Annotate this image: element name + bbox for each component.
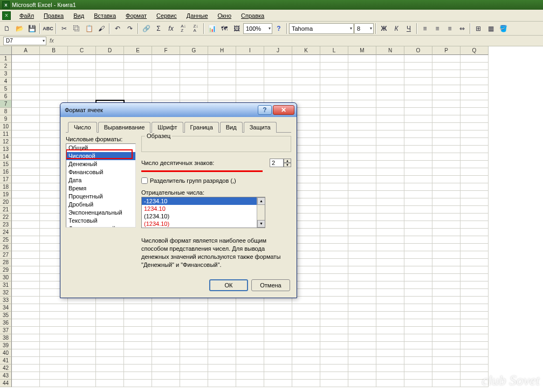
tab-view[interactable]: Вид	[220, 122, 243, 133]
cell[interactable]	[460, 191, 489, 198]
cell[interactable]	[460, 342, 489, 349]
cell[interactable]	[180, 319, 208, 327]
cell[interactable]	[152, 70, 180, 78]
drawing-icon[interactable]: 🖼	[231, 23, 243, 35]
menu-tools[interactable]: Сервис	[152, 11, 181, 20]
category-item[interactable]: Время	[66, 184, 135, 192]
cell[interactable]	[460, 70, 489, 78]
cell[interactable]	[404, 281, 432, 289]
cell[interactable]	[460, 138, 489, 146]
cell[interactable]	[180, 349, 208, 357]
cell[interactable]	[208, 372, 236, 380]
cell[interactable]	[348, 138, 376, 146]
cell[interactable]	[376, 259, 404, 266]
cell[interactable]	[320, 198, 348, 206]
cell[interactable]	[348, 93, 376, 100]
help-icon[interactable]: ?	[273, 23, 285, 35]
cell[interactable]	[432, 130, 460, 138]
row-header[interactable]: 23	[0, 221, 12, 229]
cell[interactable]	[432, 244, 460, 251]
cell[interactable]	[376, 297, 404, 304]
cell[interactable]	[404, 266, 432, 274]
cell[interactable]	[180, 55, 208, 63]
cell[interactable]	[152, 55, 180, 63]
cell[interactable]	[404, 55, 432, 63]
cell[interactable]	[236, 70, 264, 78]
cell[interactable]	[376, 191, 404, 198]
cell[interactable]	[12, 191, 40, 198]
cell[interactable]	[12, 78, 40, 85]
cell[interactable]	[96, 55, 124, 63]
cell[interactable]	[460, 108, 489, 115]
cell[interactable]	[376, 380, 404, 387]
cell[interactable]	[152, 342, 180, 349]
cell[interactable]	[432, 221, 460, 229]
cell[interactable]	[96, 380, 124, 387]
cell[interactable]	[348, 274, 376, 281]
cell[interactable]	[40, 365, 68, 372]
cell[interactable]	[460, 146, 489, 153]
cell[interactable]	[460, 93, 489, 100]
cell[interactable]	[264, 70, 292, 78]
column-header[interactable]: B	[40, 46, 68, 55]
cell[interactable]	[348, 289, 376, 297]
row-header[interactable]: 25	[0, 236, 12, 244]
cell[interactable]	[320, 365, 348, 372]
cell[interactable]	[40, 55, 68, 63]
cell[interactable]	[404, 259, 432, 266]
cell[interactable]	[96, 85, 124, 93]
cell[interactable]	[348, 115, 376, 123]
cell[interactable]	[68, 93, 96, 100]
cell[interactable]	[208, 63, 236, 70]
cell[interactable]	[12, 168, 40, 176]
cell[interactable]	[12, 63, 40, 70]
row-header[interactable]: 40	[0, 349, 12, 357]
cell[interactable]	[432, 304, 460, 312]
cell[interactable]	[68, 372, 96, 380]
cell[interactable]	[208, 342, 236, 349]
cell[interactable]	[376, 289, 404, 297]
cell[interactable]	[432, 78, 460, 85]
cell[interactable]	[236, 327, 264, 334]
cell[interactable]	[40, 304, 68, 312]
row-header[interactable]: 2	[0, 63, 12, 70]
cell[interactable]	[152, 304, 180, 312]
cell[interactable]	[68, 85, 96, 93]
cell[interactable]	[12, 206, 40, 214]
cell[interactable]	[376, 146, 404, 153]
row-header[interactable]: 29	[0, 266, 12, 274]
cell[interactable]	[292, 342, 320, 349]
cell[interactable]	[460, 123, 489, 130]
cell[interactable]	[124, 349, 152, 357]
cell[interactable]	[404, 161, 432, 168]
cell[interactable]	[320, 319, 348, 327]
cell[interactable]	[180, 357, 208, 365]
cell[interactable]	[96, 63, 124, 70]
row-header[interactable]: 16	[0, 168, 12, 176]
cell[interactable]	[404, 168, 432, 176]
cell[interactable]	[348, 183, 376, 191]
cell[interactable]	[236, 380, 264, 387]
cell[interactable]	[432, 123, 460, 130]
help-button[interactable]: ?	[258, 105, 272, 115]
align-right-icon[interactable]: ≡	[444, 23, 456, 35]
cell[interactable]	[320, 214, 348, 221]
cell[interactable]	[460, 380, 489, 387]
merge-icon[interactable]: ⇔	[456, 23, 468, 35]
cell[interactable]	[320, 229, 348, 236]
cell[interactable]	[376, 85, 404, 93]
close-button[interactable]: ✕	[273, 105, 294, 115]
cell[interactable]	[460, 312, 489, 319]
cell[interactable]	[12, 289, 40, 297]
row-header[interactable]: 13	[0, 146, 12, 153]
cell[interactable]	[236, 312, 264, 319]
column-header[interactable]: E	[124, 46, 152, 55]
italic-icon[interactable]: К	[390, 23, 402, 35]
row-header[interactable]: 1	[0, 55, 12, 63]
tab-border[interactable]: Граница	[184, 122, 219, 133]
cell[interactable]	[376, 108, 404, 115]
cell[interactable]	[432, 372, 460, 380]
cell[interactable]	[404, 108, 432, 115]
cell[interactable]	[68, 334, 96, 342]
cell[interactable]	[208, 70, 236, 78]
